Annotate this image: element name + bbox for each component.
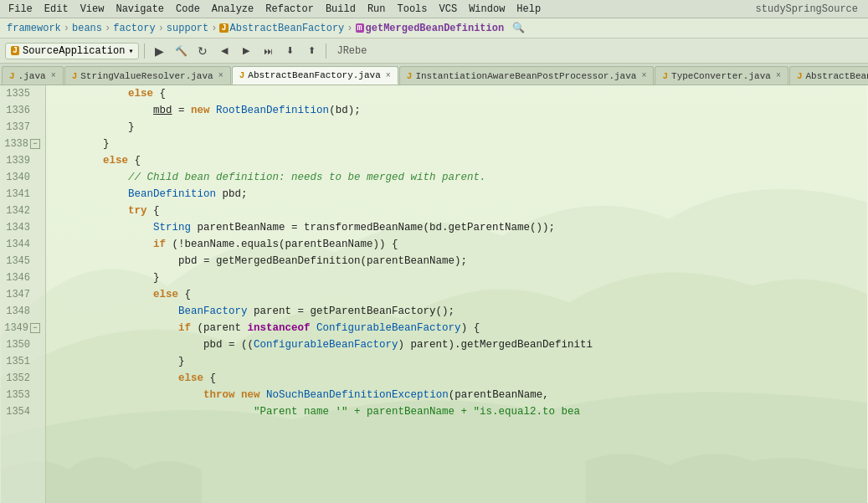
- menu-code[interactable]: Code: [171, 0, 205, 18]
- code-line-1349: if (parent instanceof ConfigurableBeanFa…: [53, 320, 868, 336]
- toolbar-sep-1: [144, 44, 145, 59]
- tab-icon-5: J: [797, 71, 803, 81]
- forward-button[interactable]: ▶: [237, 42, 255, 60]
- back-button[interactable]: ◀: [215, 42, 234, 60]
- code-line-1339: else {: [53, 152, 868, 169]
- line-1347: 1347: [0, 286, 45, 303]
- menu-view[interactable]: View: [75, 0, 110, 18]
- line-num-1351: 1351: [3, 356, 30, 367]
- menu-navigate[interactable]: Navigate: [110, 0, 169, 18]
- tab-icon-4: J: [662, 71, 668, 81]
- line-1348: 1348: [0, 303, 45, 320]
- code-line-1342: try {: [53, 203, 868, 219]
- tab-icon-1: J: [72, 71, 78, 81]
- line-num-1336: 1336: [3, 105, 30, 116]
- step-over-button[interactable]: ⏭: [259, 42, 277, 60]
- menu-refactor[interactable]: Refactor: [260, 0, 319, 18]
- breadcrumb-abstractbeanfactory[interactable]: AbstractBeanFactory: [230, 23, 345, 34]
- code-line-1344: if (!beanName.equals(parentBeanName)) {: [53, 236, 868, 253]
- code-line-1345: pbd = getMergedBeanDefinition(parentBean…: [53, 253, 868, 269]
- breadcrumb-support[interactable]: support: [167, 23, 208, 34]
- source-app-icon: J: [11, 46, 19, 55]
- tab-close-2[interactable]: ×: [386, 71, 391, 80]
- line-1352: 1352: [0, 370, 45, 387]
- tab-icon-3: J: [407, 71, 413, 81]
- breadcrumb-framework[interactable]: framework: [7, 23, 61, 34]
- code-line-1341: BeanDefinition pbd;: [53, 186, 868, 203]
- line-1339: 1339: [0, 152, 45, 169]
- line-1346: 1346: [0, 269, 45, 286]
- line-1349: 1349 −: [0, 320, 45, 336]
- line-num-1339: 1339: [3, 155, 30, 167]
- line-num-1346: 1346: [3, 272, 30, 284]
- line-1337: 1337: [0, 119, 45, 136]
- breadcrumb-beans[interactable]: beans: [72, 23, 102, 34]
- code-line-1338: }: [53, 136, 868, 152]
- reload-button[interactable]: ↻: [193, 42, 212, 60]
- toolbar: J SourceApplication ▾ ▶ 🔨 ↻ ◀ ▶ ⏭ ⬇ ⬆ JR…: [0, 38, 868, 64]
- breadcrumb-sep-5: ›: [347, 23, 352, 34]
- tab-java-0[interactable]: J .java ×: [2, 66, 64, 85]
- code-line-1343: String parentBeanName = transformedBeanN…: [53, 219, 868, 236]
- tabs-bar: J .java × J StringValueResolver.java × J…: [0, 64, 868, 85]
- line-num-1353: 1353: [3, 389, 30, 401]
- code-line-1337: }: [53, 119, 868, 136]
- step-into-button[interactable]: ⬇: [280, 42, 299, 60]
- code-line-1336: mbd = new RootBeanDefinition(bd);: [53, 102, 868, 119]
- tab-close-3[interactable]: ×: [641, 71, 646, 80]
- menu-tools[interactable]: Tools: [393, 0, 433, 18]
- menu-analyze[interactable]: Analyze: [207, 0, 259, 18]
- menu-help[interactable]: Help: [511, 0, 546, 18]
- line-num-1352: 1352: [3, 372, 30, 384]
- line-num-1342: 1342: [3, 205, 30, 217]
- tab-close-1[interactable]: ×: [218, 71, 223, 80]
- fold-icon-1349[interactable]: −: [30, 323, 40, 333]
- line-num-1343: 1343: [3, 222, 30, 234]
- breadcrumb-factory[interactable]: factory: [113, 23, 155, 34]
- tab-instantiation[interactable]: J InstantiationAwareBeanPostProcessor.ja…: [399, 66, 655, 85]
- breadcrumb-sep-4: ›: [211, 23, 217, 34]
- tab-icon-2: J: [239, 70, 245, 80]
- line-num-1348: 1348: [3, 305, 30, 317]
- line-num-1347: 1347: [3, 289, 30, 300]
- code-area: 1335 1336 1337 1338 − 1339 1340 1341 134: [0, 85, 868, 503]
- menu-bar: File Edit View Navigate Code Analyze Ref…: [0, 0, 868, 18]
- menu-vcs[interactable]: VCS: [434, 0, 463, 18]
- fold-icon-1338[interactable]: −: [30, 139, 40, 149]
- build-button[interactable]: 🔨: [172, 42, 190, 60]
- menu-window[interactable]: Window: [464, 0, 510, 18]
- tab-label-5: AbstractBeanFactory.c: [806, 71, 869, 81]
- line-num-1340: 1340: [3, 172, 30, 183]
- run-button[interactable]: ▶: [150, 42, 168, 60]
- app-title: studySpringSource: [756, 3, 865, 15]
- tab-close-0[interactable]: ×: [51, 71, 56, 80]
- breadcrumb-nav-icon[interactable]: 🔍: [512, 22, 525, 34]
- code-line-1350: pbd = ((ConfigurableBeanFactory) parent)…: [53, 336, 868, 353]
- tab-abstractbeanfactory-c[interactable]: J AbstractBeanFactory.c ×: [789, 66, 868, 85]
- line-1336: 1336: [0, 102, 45, 119]
- tab-stringvalueresolver[interactable]: J StringValueResolver.java ×: [64, 66, 231, 85]
- breadcrumb-method-icon: m getMergedBeanDefinition: [356, 23, 505, 34]
- tab-close-4[interactable]: ×: [776, 71, 781, 80]
- line-1340: 1340: [0, 169, 45, 186]
- line-num-1338: 1338: [2, 138, 28, 150]
- source-app-label: SourceApplication: [23, 45, 125, 57]
- tab-label-3: InstantiationAwareBeanPostProcessor.java: [415, 71, 636, 81]
- line-1345: 1345: [0, 253, 45, 269]
- breadcrumb-sep-3: ›: [158, 23, 164, 34]
- line-1343: 1343: [0, 219, 45, 236]
- tab-typeconverter[interactable]: J TypeConverter.java ×: [655, 66, 788, 85]
- menu-build[interactable]: Build: [321, 0, 361, 18]
- line-1350: 1350: [0, 336, 45, 353]
- code-content[interactable]: else { mbd = new RootBeanDefinition(bd);…: [46, 85, 868, 503]
- menu-file[interactable]: File: [3, 0, 38, 18]
- step-out-button[interactable]: ⬆: [302, 42, 321, 60]
- menu-edit[interactable]: Edit: [39, 0, 74, 18]
- breadcrumb-method[interactable]: getMergedBeanDefinition: [366, 23, 505, 34]
- code-line-1346: }: [53, 269, 868, 286]
- menu-run[interactable]: Run: [362, 0, 391, 18]
- toolbar-sep-2: [326, 44, 326, 59]
- source-application-dropdown[interactable]: J SourceApplication ▾: [5, 43, 139, 59]
- code-line-1340: // Child bean definition: needs to be me…: [53, 169, 868, 186]
- tab-abstractbeanfactory[interactable]: J AbstractBeanFactory.java ×: [232, 66, 398, 85]
